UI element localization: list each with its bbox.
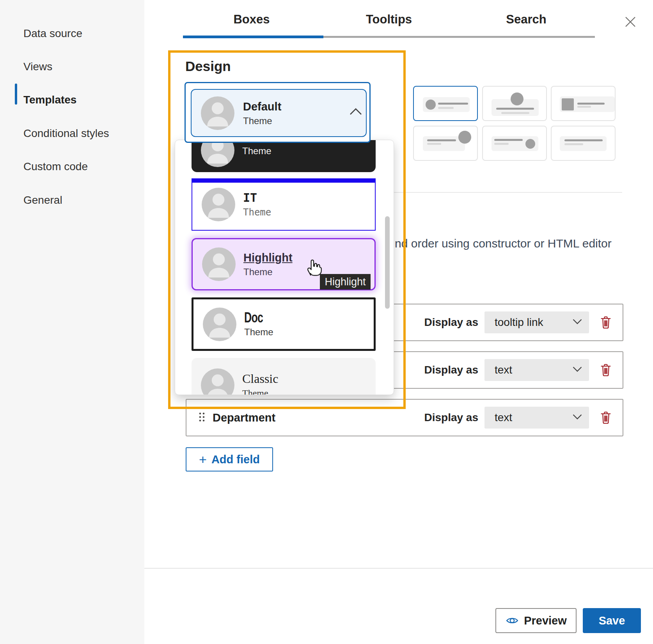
active-tab-indicator bbox=[183, 36, 323, 38]
tab-search[interactable]: Search bbox=[458, 12, 595, 27]
template-thumbnail-lines-avatar-topright[interactable] bbox=[413, 126, 478, 161]
design-theme-combobox[interactable]: Default Theme bbox=[185, 82, 371, 143]
avatar bbox=[201, 96, 234, 130]
sidebar-item-data-source[interactable]: Data source bbox=[23, 27, 82, 40]
theme-subtitle: Theme bbox=[243, 206, 271, 218]
theme-option-classic[interactable]: Classic Theme bbox=[192, 358, 376, 395]
template-thumbnail-lines-avatar-right[interactable] bbox=[482, 126, 547, 161]
avatar bbox=[202, 188, 235, 221]
plus-icon: + bbox=[199, 453, 207, 466]
fields-description-text: nd order using constructor or HTML edito… bbox=[395, 237, 612, 250]
field-row-department: Department Display as text bbox=[186, 399, 623, 436]
display-as-value: text bbox=[495, 364, 573, 376]
avatar bbox=[201, 368, 234, 395]
it-theme-accent-bar bbox=[192, 178, 376, 183]
cursor-hand-icon bbox=[303, 257, 322, 279]
sidebar-item-templates[interactable]: Templates bbox=[23, 93, 76, 107]
display-as-select[interactable]: text bbox=[484, 359, 589, 381]
trash-icon-button[interactable] bbox=[599, 315, 612, 330]
display-as-value: text bbox=[495, 411, 573, 424]
theme-name: IT bbox=[243, 191, 271, 205]
avatar bbox=[203, 308, 236, 341]
trash-icon-button[interactable] bbox=[599, 363, 612, 377]
theme-subtitle: Theme bbox=[243, 266, 293, 278]
theme-option-it[interactable]: IT Theme bbox=[192, 178, 376, 231]
display-as-label: Display as bbox=[424, 316, 478, 329]
theme-option-doc[interactable]: Doc Theme bbox=[192, 297, 376, 351]
eye-icon bbox=[505, 616, 519, 625]
template-thumbnail-avatar-left-lines[interactable] bbox=[413, 86, 478, 121]
footer-divider bbox=[144, 568, 653, 569]
tab-tooltips[interactable]: Tooltips bbox=[320, 12, 458, 27]
theme-subtitle: Theme bbox=[244, 326, 273, 338]
trash-icon-button[interactable] bbox=[599, 410, 612, 425]
theme-name: Highlight bbox=[243, 251, 293, 265]
save-button[interactable]: Save bbox=[583, 608, 641, 633]
template-thumbnail-lines-only[interactable] bbox=[551, 126, 616, 161]
theme-name: Doc bbox=[244, 311, 265, 325]
design-theme-listbox: Theme IT Theme Highlight Theme bbox=[175, 140, 394, 395]
display-as-select[interactable]: tooltip link bbox=[484, 311, 589, 333]
display-as-select[interactable]: text bbox=[484, 407, 589, 429]
sidebar-item-views[interactable]: Views bbox=[23, 60, 52, 73]
chevron-up-icon bbox=[349, 107, 362, 117]
listbox-scrollbar[interactable] bbox=[385, 216, 390, 309]
templates-settings-panel: Data source Views Templates Conditional … bbox=[0, 0, 653, 644]
active-item-indicator bbox=[15, 84, 17, 105]
template-thumbnail-avatar-top-lines[interactable] bbox=[482, 86, 547, 121]
theme-name: Classic bbox=[242, 372, 278, 386]
chevron-down-icon bbox=[573, 319, 582, 326]
chevron-down-icon bbox=[573, 366, 582, 374]
selected-theme-name: Default bbox=[243, 100, 281, 114]
avatar bbox=[201, 140, 234, 167]
preview-button[interactable]: Preview bbox=[495, 608, 577, 633]
selected-theme-subtitle: Theme bbox=[243, 115, 281, 127]
theme-subtitle: Theme bbox=[242, 387, 278, 395]
chevron-down-icon bbox=[573, 414, 582, 422]
display-as-value: tooltip link bbox=[495, 316, 573, 329]
field-name: Department bbox=[213, 411, 275, 424]
drag-handle-icon[interactable] bbox=[198, 412, 206, 424]
theme-subtitle: Theme bbox=[242, 145, 271, 157]
tab-boxes[interactable]: Boxes bbox=[183, 12, 320, 27]
sidebar: Data source Views Templates Conditional … bbox=[0, 0, 144, 644]
sidebar-item-custom-code[interactable]: Custom code bbox=[23, 160, 88, 173]
display-as-label: Display as bbox=[424, 364, 478, 376]
template-thumbnail-square-left-lines[interactable] bbox=[551, 86, 616, 121]
avatar bbox=[202, 247, 236, 281]
theme-option-dark[interactable]: Theme bbox=[192, 140, 376, 172]
design-section-title: Design bbox=[185, 59, 231, 74]
sidebar-item-general[interactable]: General bbox=[23, 194, 62, 207]
theme-hover-tooltip: Highlight bbox=[320, 274, 371, 290]
display-as-label: Display as bbox=[424, 411, 478, 424]
add-field-button[interactable]: + Add field bbox=[186, 447, 273, 471]
close-icon[interactable] bbox=[623, 14, 638, 30]
sidebar-item-conditional-styles[interactable]: Conditional styles bbox=[23, 127, 109, 140]
selected-theme-card: Default Theme bbox=[191, 89, 367, 137]
